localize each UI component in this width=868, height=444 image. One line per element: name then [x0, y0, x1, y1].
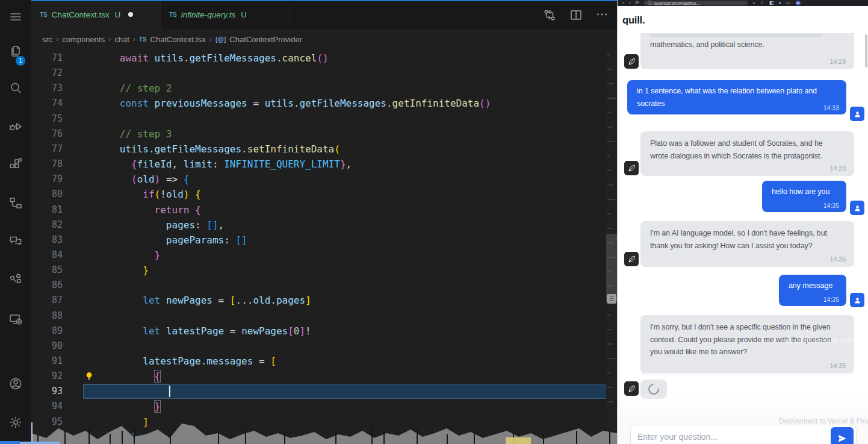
video-progress-bar[interactable] — [0, 441, 20, 444]
settings-icon[interactable] — [8, 415, 23, 430]
ts-file-icon: TS — [139, 36, 147, 43]
editor-tab-bar: TS ChatContext.tsx UTS infinite-query.ts… — [31, 0, 617, 29]
breadcrumb-item[interactable]: chat — [114, 35, 129, 44]
line-number: 92 — [31, 369, 63, 384]
message-text: any message — [779, 280, 846, 292]
message-timestamp: 14:35 — [823, 202, 839, 209]
breadcrumb-separator: › — [209, 35, 212, 43]
address-bar[interactable]: ⓘ localhost:3000/dashbo... — [644, 1, 748, 5]
breadcrumb-item[interactable]: ChatContext.tsx — [150, 35, 206, 44]
bookmark-icon[interactable]: ☆ — [760, 0, 764, 6]
minimap — [606, 49, 617, 444]
comments-icon[interactable] — [8, 234, 23, 248]
video-playhead[interactable] — [31, 422, 33, 444]
account-icon[interactable] — [8, 377, 23, 391]
git-status-badge: U — [115, 10, 120, 19]
code-line-85: 85 } — [31, 263, 617, 278]
user-avatar — [850, 201, 864, 215]
line-number: 75 — [31, 111, 63, 127]
line-number: 85 — [31, 263, 63, 278]
site-info-icon[interactable]: ⓘ — [648, 1, 652, 5]
code-line-82: 82 pages: [], — [31, 217, 617, 233]
page-scrollbar[interactable] — [865, 34, 867, 67]
lightbulb-icon[interactable] — [84, 371, 94, 381]
breadcrumb-item[interactable]: components — [62, 35, 105, 44]
quill-avatar — [624, 252, 639, 266]
line-number: 91 — [31, 354, 63, 369]
line-number: 71 — [31, 51, 63, 66]
open-changes-icon[interactable] — [542, 8, 556, 21]
code-line-78: 78 {fileId, limit: INFINITE_QUERY_LIMIT}… — [31, 157, 617, 172]
code-line-79: 79 (old) => { — [31, 172, 617, 187]
breadcrumb-item[interactable]: src — [42, 35, 52, 44]
message-timestamp: 14:35 — [830, 255, 846, 263]
references-icon[interactable] — [8, 196, 23, 210]
breadcrumb-item[interactable]: ChatContextProvider — [229, 35, 302, 44]
tab-label: ChatContext.tsx — [52, 10, 110, 19]
tab-label: infinite-query.ts — [181, 10, 236, 19]
minimap-slider[interactable] — [606, 234, 617, 301]
line-number: 88 — [31, 308, 63, 324]
code-line-94: 94 } — [31, 399, 617, 414]
question-input[interactable]: Enter your question... — [630, 425, 857, 444]
message-text: mathematics, and political science. — [640, 39, 854, 51]
menu-icon[interactable] — [8, 10, 23, 24]
symbol-icon: [@] — [215, 36, 226, 43]
code-line-74: 74 const previousMessages = utils.getFil… — [31, 96, 617, 111]
user-message-bubble: any message14:35 — [779, 275, 846, 306]
message-timestamp: 14:35 — [823, 296, 839, 303]
line-number: 82 — [31, 217, 63, 233]
code-line-81: 81 return { — [31, 202, 617, 217]
tab-ChatContext.tsx[interactable]: TS ChatContext.tsx U — [31, 0, 161, 29]
activity-bar — [0, 0, 31, 444]
browser-profile-avatar[interactable]: W — [796, 1, 801, 5]
line-number: 86 — [31, 278, 63, 293]
message-timestamp: 14:33 — [830, 164, 846, 172]
line-number: 72 — [31, 66, 63, 81]
ts-file-icon: TS — [169, 11, 177, 18]
watermark-chapter-title: Deployment to Vercel & Final Te — [779, 417, 868, 425]
code-line-86: 86 — [31, 278, 617, 293]
shapes-icon[interactable] — [8, 272, 23, 286]
browser-window: ‹ › ⟳ ⓘ localhost:3000/dashbo... ⌕ ☆ ◧ ●… — [617, 0, 868, 444]
ts-file-icon: TS — [40, 11, 48, 18]
message-timestamp: 14:35 — [830, 362, 846, 369]
drag-handle-icon[interactable]: ☰ — [607, 294, 616, 304]
screenshot-root: 1 TS ChatContext.tsx UTS infinite-query.… — [0, 0, 868, 444]
downloads-icon[interactable]: ● — [778, 0, 781, 6]
breadcrumb[interactable]: src›components›chat›TSChatContext.tsx›[@… — [31, 29, 617, 49]
search-icon[interactable] — [8, 81, 23, 95]
send-icon — [837, 434, 847, 443]
chat-message-list: mathematics, and political science.14:29… — [618, 0, 868, 444]
split-editor-icon[interactable] — [569, 8, 582, 21]
tab-infinite-query.ts[interactable]: TS infinite-query.ts U — [161, 0, 290, 29]
watermark-seek-hint: Pull up for precise seeking — [780, 336, 865, 345]
quill-avatar — [624, 381, 639, 396]
back-icon[interactable]: ‹ — [622, 0, 624, 6]
code-line-90: 90 — [31, 339, 617, 354]
code-line-76: 76 // step 3 — [31, 127, 617, 142]
message-timestamp: 14:29 — [830, 58, 846, 65]
window-icon[interactable]: ▭ — [786, 0, 791, 6]
extensions-icon[interactable] — [8, 157, 23, 172]
more-actions-icon[interactable] — [595, 8, 609, 21]
url-text: localhost:3000/dashbo... — [654, 1, 699, 5]
code-line-80: 80 if(!old) { — [31, 187, 617, 202]
code-line-92: 92 { — [31, 369, 617, 384]
run-debug-icon[interactable] — [8, 119, 23, 134]
git-status-badge: U — [241, 10, 246, 19]
remote-icon[interactable] — [8, 312, 23, 327]
line-number: 84 — [31, 248, 63, 263]
clipped-text-remnant — [650, 34, 822, 37]
code-editor[interactable]: 71 await utils.getFileMessages.cancel()7… — [31, 49, 617, 444]
line-number: 74 — [31, 96, 63, 111]
extensions-icon[interactable]: ◧ — [769, 0, 774, 6]
search-icon[interactable]: ⌕ — [752, 0, 755, 6]
ai-message-bubble: Plato was a follower and student of Socr… — [640, 131, 854, 176]
code-line-84: 84 } — [31, 248, 617, 263]
site-logo: quill. — [622, 6, 645, 34]
ai-message-bubble: I'm an AI language model, so I don't hav… — [640, 221, 854, 267]
reload-icon[interactable]: ⟳ — [635, 0, 639, 6]
send-button[interactable] — [831, 427, 854, 444]
forward-icon[interactable]: › — [629, 0, 631, 6]
